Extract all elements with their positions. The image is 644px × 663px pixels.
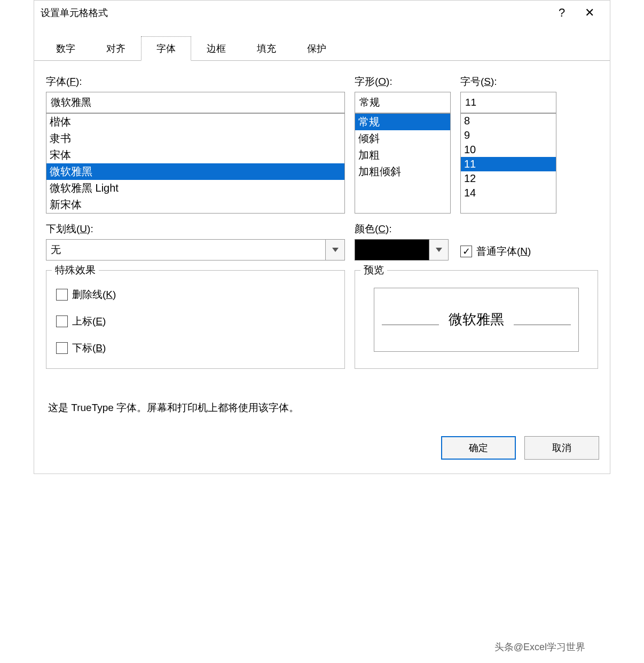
checkbox-icon[interactable] xyxy=(56,289,68,301)
list-item[interactable]: 微软雅黑 Light xyxy=(46,180,344,196)
dropdown-button[interactable] xyxy=(429,239,449,261)
font-input[interactable] xyxy=(46,92,345,113)
font-hint: 这是 TrueType 字体。屏幕和打印机上都将使用该字体。 xyxy=(46,369,598,436)
list-item[interactable]: 加粗 xyxy=(355,147,450,163)
style-listbox[interactable]: 常规 倾斜 加粗 加粗倾斜 xyxy=(355,113,451,214)
checkbox-icon[interactable] xyxy=(460,246,472,257)
size-listbox[interactable]: 8 9 10 11 12 14 xyxy=(460,113,556,214)
tab-content: 字体(F): 楷体 隶书 宋体 微软雅黑 微软雅黑 Light 新宋体 字形(O… xyxy=(34,61,610,436)
strikethrough-checkbox[interactable]: 删除线(K) xyxy=(56,288,335,302)
color-swatch[interactable] xyxy=(355,239,429,261)
list-item[interactable]: 加粗倾斜 xyxy=(355,163,450,180)
tab-alignment[interactable]: 对齐 xyxy=(91,36,141,61)
list-item[interactable]: 宋体 xyxy=(46,147,344,163)
chevron-down-icon xyxy=(436,248,442,252)
size-label: 字号(S): xyxy=(460,75,556,89)
help-button[interactable]: ? xyxy=(548,6,576,20)
tab-protection[interactable]: 保护 xyxy=(292,36,342,61)
font-label: 字体(F): xyxy=(46,75,345,89)
style-input[interactable] xyxy=(355,92,451,113)
ok-button[interactable]: 确定 xyxy=(441,436,516,460)
subscript-checkbox[interactable]: 下标(B) xyxy=(56,341,335,355)
underline-label: 下划线(U): xyxy=(46,222,345,236)
preview-group: 预览 微软雅黑 xyxy=(355,270,598,369)
checkbox-icon[interactable] xyxy=(56,342,68,354)
close-button[interactable]: ✕ xyxy=(576,6,603,20)
list-item[interactable]: 隶书 xyxy=(46,130,344,147)
format-cells-dialog: 设置单元格格式 ? ✕ 数字 对齐 字体 边框 填充 保护 字体(F): 楷体 … xyxy=(34,0,610,474)
preview-box: 微软雅黑 xyxy=(374,288,579,352)
font-listbox[interactable]: 楷体 隶书 宋体 微软雅黑 微软雅黑 Light 新宋体 xyxy=(46,113,345,214)
tab-number[interactable]: 数字 xyxy=(41,36,91,61)
size-input[interactable] xyxy=(460,92,556,113)
dropdown-button[interactable] xyxy=(326,239,345,261)
dialog-title: 设置单元格格式 xyxy=(41,6,108,19)
tab-border[interactable]: 边框 xyxy=(191,36,241,61)
color-combobox[interactable] xyxy=(355,239,451,261)
dialog-buttons: 确定 取消 xyxy=(34,436,610,473)
list-item[interactable]: 倾斜 xyxy=(355,130,450,147)
underline-combobox[interactable]: 无 xyxy=(46,239,345,261)
list-item[interactable]: 楷体 xyxy=(46,114,344,130)
tab-font[interactable]: 字体 xyxy=(141,36,191,61)
chevron-down-icon xyxy=(332,248,339,252)
preview-sample: 微软雅黑 xyxy=(439,310,514,329)
cancel-button[interactable]: 取消 xyxy=(524,436,599,460)
list-item[interactable]: 9 xyxy=(461,128,556,143)
tab-bar: 数字 对齐 字体 边框 填充 保护 xyxy=(34,25,610,61)
list-item[interactable]: 14 xyxy=(461,186,556,200)
color-label: 颜色(C): xyxy=(355,222,451,236)
list-item[interactable]: 10 xyxy=(461,143,556,157)
list-item[interactable]: 12 xyxy=(461,171,556,186)
tab-fill[interactable]: 填充 xyxy=(241,36,292,61)
superscript-checkbox[interactable]: 上标(E) xyxy=(56,314,335,328)
effects-legend: 特殊效果 xyxy=(52,263,99,277)
list-item[interactable]: 11 xyxy=(461,157,556,171)
normal-font-checkbox[interactable]: 普通字体(N) xyxy=(460,244,531,258)
normal-font-label: 普通字体(N) xyxy=(476,244,531,258)
underline-value[interactable]: 无 xyxy=(46,239,326,261)
titlebar: 设置单元格格式 ? ✕ xyxy=(34,1,610,25)
list-item[interactable]: 微软雅黑 xyxy=(46,163,344,180)
checkbox-icon[interactable] xyxy=(56,315,68,327)
list-item[interactable]: 新宋体 xyxy=(46,196,344,213)
list-item[interactable]: 常规 xyxy=(355,114,450,130)
effects-group: 特殊效果 删除线(K) 上标(E) 下标(B) xyxy=(46,270,345,369)
list-item[interactable]: 8 xyxy=(461,114,556,128)
preview-legend: 预览 xyxy=(360,263,387,277)
style-label: 字形(O): xyxy=(355,75,451,89)
